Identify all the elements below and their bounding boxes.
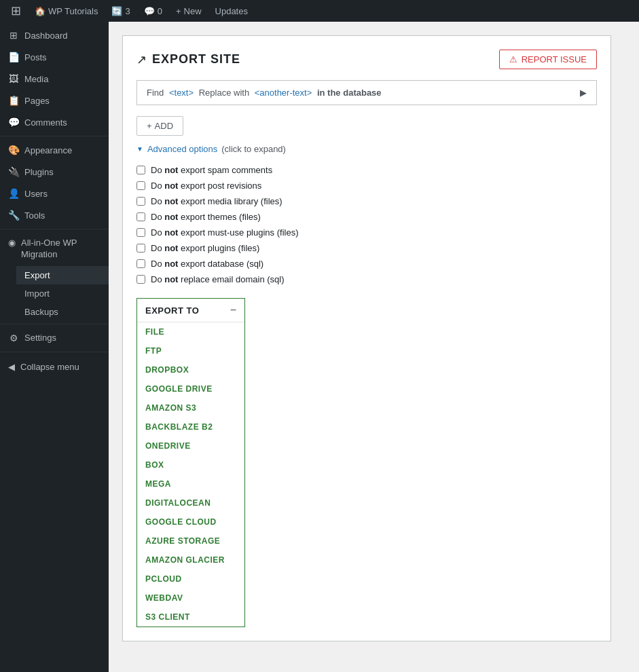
site-name-item[interactable]: 🏠 WP Tutorials	[29, 0, 103, 22]
checkbox-media: Do not export media library (files)	[136, 193, 597, 209]
export-to-item[interactable]: ONEDRIVE	[137, 436, 244, 455]
export-to-item[interactable]: PCLOUD	[137, 570, 244, 589]
checkbox-spam: Do not export spam comments	[136, 162, 597, 178]
posts-icon: 📄	[8, 52, 19, 62]
add-button[interactable]: + ADD	[136, 116, 183, 136]
export-to-item[interactable]: BOX	[137, 455, 244, 474]
plus-icon: +	[176, 6, 181, 16]
settings-icon: ⚙	[8, 333, 19, 343]
comments-count: 0	[158, 6, 162, 16]
export-to-list: FILEFTPDROPBOXGOOGLE DRIVEAMAZON S3BACKB…	[137, 322, 244, 627]
collapse-panel-icon[interactable]: −	[230, 304, 236, 316]
sidebar-item-tools[interactable]: 🔧 Tools	[0, 204, 109, 226]
export-to-item[interactable]: DIGITALOCEAN	[137, 493, 244, 512]
sidebar-item-export[interactable]: Export	[16, 266, 109, 284]
users-icon: 👤	[8, 188, 19, 199]
export-to-panel: EXPORT TO − FILEFTPDROPBOXGOOGLE DRIVEAM…	[136, 298, 245, 627]
replace-placeholder-text: <another-text>	[255, 88, 312, 98]
sidebar-item-settings[interactable]: ⚙ Settings	[0, 327, 109, 349]
export-to-item[interactable]: FILE	[137, 322, 244, 341]
comments-item[interactable]: 💬 0	[139, 0, 168, 22]
checkbox-email-input[interactable]	[136, 275, 145, 284]
site-name: WP Tutorials	[48, 6, 98, 16]
sidebar-item-import[interactable]: Import	[16, 284, 109, 303]
export-content-box: ↗ EXPORT SITE ⚠ REPORT ISSUE Find <text>…	[122, 35, 611, 641]
sidebar: ⊞ Dashboard 📄 Posts 🖼 Media 📋 Pages 💬 Co…	[0, 22, 109, 672]
checkbox-themes-input[interactable]	[136, 212, 145, 221]
export-icon: ↗	[136, 52, 147, 67]
advanced-options-toggle[interactable]: ▼ Advanced options (click to expand)	[136, 144, 597, 154]
sidebar-item-plugins[interactable]: 🔌 Plugins	[0, 161, 109, 183]
sidebar-item-backups[interactable]: Backups	[16, 303, 109, 321]
updates-link[interactable]: Updates	[210, 0, 253, 22]
site-icon: 🏠	[35, 6, 45, 16]
sidebar-item-pages[interactable]: 📋 Pages	[0, 90, 109, 111]
export-to-item[interactable]: AZURE STORAGE	[137, 531, 244, 550]
find-replace-arrow-icon: ▶	[580, 88, 587, 98]
main-content: ↗ EXPORT SITE ⚠ REPORT ISSUE Find <text>…	[109, 22, 639, 672]
find-placeholder-text: <text>	[169, 88, 194, 98]
comment-icon: 💬	[144, 6, 155, 16]
sidebar-item-posts[interactable]: 📄 Posts	[0, 46, 109, 68]
sidebar-item-ai-migration[interactable]: ◉ All-in-One WP Migration	[0, 232, 109, 266]
export-to-item[interactable]: AMAZON GLACIER	[137, 550, 244, 570]
warning-icon: ⚠	[509, 54, 517, 64]
media-icon: 🖼	[8, 73, 19, 84]
plugins-icon: 🔌	[8, 166, 19, 177]
new-item[interactable]: + New	[170, 0, 207, 22]
page-header: ↗ EXPORT SITE ⚠ REPORT ISSUE	[136, 50, 597, 69]
checkbox-list: Do not export spam comments Do not expor…	[136, 162, 597, 287]
checkbox-must-use-plugins: Do not export must-use plugins (files)	[136, 225, 597, 240]
pages-icon: 📋	[8, 95, 19, 106]
checkbox-database: Do not export database (sql)	[136, 256, 597, 272]
new-label: New	[184, 6, 202, 16]
page-title: ↗ EXPORT SITE	[136, 52, 240, 67]
admin-bar: ⊞ 🏠 WP Tutorials 🔄 3 💬 0 + New Updates	[0, 0, 639, 22]
export-to-item[interactable]: GOOGLE DRIVE	[137, 379, 244, 398]
updates-icon: 🔄	[111, 6, 122, 16]
updates-item[interactable]: 🔄 3	[106, 0, 135, 22]
plus-add-icon: +	[147, 121, 152, 131]
collapse-icon: ◀	[8, 362, 15, 372]
appearance-icon: 🎨	[8, 145, 19, 155]
export-to-item[interactable]: S3 CLIENT	[137, 608, 244, 627]
checkbox-database-input[interactable]	[136, 259, 145, 268]
sidebar-item-appearance[interactable]: 🎨 Appearance	[0, 139, 109, 161]
export-to-item[interactable]: MEGA	[137, 474, 244, 493]
checkbox-revisions-input[interactable]	[136, 181, 145, 190]
wp-logo-icon: ⊞	[11, 3, 21, 18]
checkbox-revisions: Do not export post revisions	[136, 178, 597, 193]
tools-icon: 🔧	[8, 210, 19, 221]
checkbox-themes: Do not export themes (files)	[136, 209, 597, 225]
sidebar-item-media[interactable]: 🖼 Media	[0, 68, 109, 90]
checkbox-spam-input[interactable]	[136, 166, 145, 174]
checkbox-plugins: Do not export plugins (files)	[136, 240, 597, 256]
sidebar-item-users[interactable]: 👤 Users	[0, 183, 109, 204]
export-to-item[interactable]: AMAZON S3	[137, 398, 244, 417]
export-to-label: EXPORT TO	[145, 305, 199, 316]
export-to-item[interactable]: BACKBLAZE B2	[137, 417, 244, 436]
sidebar-item-dashboard[interactable]: ⊞ Dashboard	[0, 24, 109, 46]
checkbox-must-use-plugins-input[interactable]	[136, 228, 145, 237]
chevron-down-icon: ▼	[136, 145, 143, 153]
checkbox-media-input[interactable]	[136, 197, 145, 206]
wp-logo-item[interactable]: ⊞	[5, 0, 26, 22]
find-replace-bar[interactable]: Find <text> Replace with <another-text> …	[136, 80, 597, 105]
export-to-item[interactable]: DROPBOX	[137, 360, 244, 379]
collapse-menu-button[interactable]: ◀ Collapse menu	[0, 355, 109, 379]
updates-count: 3	[125, 6, 130, 16]
comments-nav-icon: 💬	[8, 117, 19, 128]
export-to-item[interactable]: WEBDAV	[137, 589, 244, 608]
checkbox-plugins-input[interactable]	[136, 244, 145, 253]
ai-migration-icon: ◉	[8, 238, 16, 248]
export-to-header: EXPORT TO −	[137, 299, 244, 322]
report-issue-button[interactable]: ⚠ REPORT ISSUE	[499, 50, 597, 69]
export-to-item[interactable]: FTP	[137, 341, 244, 360]
sidebar-item-comments[interactable]: 💬 Comments	[0, 111, 109, 133]
export-to-item[interactable]: GOOGLE CLOUD	[137, 512, 244, 531]
updates-label: Updates	[215, 6, 248, 16]
checkbox-email: Do not replace email domain (sql)	[136, 272, 597, 287]
dashboard-icon: ⊞	[8, 30, 19, 41]
